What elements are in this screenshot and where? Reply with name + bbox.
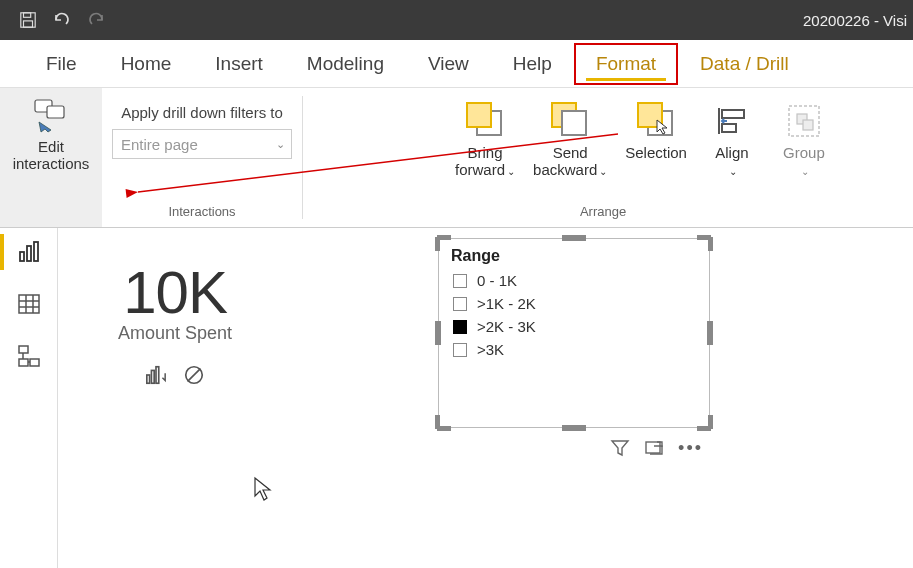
apply-filters-select[interactable]: Entire page ⌄ (112, 129, 292, 159)
svg-line-28 (188, 369, 201, 382)
group-icon (785, 102, 823, 140)
apply-filters-value: Entire page (121, 136, 198, 153)
sidebar-report-view[interactable] (15, 238, 43, 266)
svg-rect-14 (19, 295, 39, 313)
svg-rect-29 (646, 442, 660, 453)
card-visual[interactable]: 10K Amount Spent (118, 258, 232, 388)
slicer-item[interactable]: >3K (439, 338, 709, 361)
save-icon[interactable] (18, 10, 38, 30)
undo-icon[interactable] (52, 10, 72, 30)
bring-forward-button[interactable]: Bringforward⌄ (451, 100, 519, 180)
resize-handle[interactable] (562, 425, 586, 431)
slicer-item[interactable]: >1K - 2K (439, 292, 709, 315)
slicer-item-label: >1K - 2K (477, 295, 536, 312)
apply-filters-label: Apply drill down filters to (121, 104, 283, 121)
interactions-group-label: Interactions (168, 202, 235, 223)
arrange-group: Bringforward⌄ Sendbackward⌄ Selection (303, 88, 913, 227)
resize-handle[interactable] (435, 321, 441, 345)
tab-help[interactable]: Help (491, 43, 574, 85)
group-button[interactable]: Group⌄ (773, 100, 835, 180)
svg-rect-7 (722, 124, 736, 132)
resize-handle[interactable] (697, 235, 711, 240)
tab-file[interactable]: File (24, 43, 99, 85)
svg-rect-13 (34, 242, 38, 261)
interactions-group: Apply drill down filters to Entire page … (102, 88, 302, 227)
tab-insert[interactable]: Insert (193, 43, 285, 85)
svg-rect-21 (19, 359, 28, 366)
ribbon: Editinteractions Apply drill down filter… (0, 88, 913, 228)
focus-mode-icon[interactable] (644, 439, 664, 457)
card-value: 10K (118, 258, 232, 327)
window-title: 20200226 - Visi (803, 12, 913, 29)
svg-rect-4 (47, 106, 64, 118)
slicer-visual[interactable]: Range 0 - 1K>1K - 2K>2K - 3K>3K ••• (438, 238, 710, 428)
svg-rect-19 (19, 346, 28, 353)
tab-modeling[interactable]: Modeling (285, 43, 406, 85)
chevron-down-icon: ⌄ (276, 138, 285, 151)
svg-rect-20 (30, 359, 39, 366)
align-button[interactable]: Align⌄ (701, 100, 763, 180)
resize-handle[interactable] (707, 321, 713, 345)
slicer-item[interactable]: >2K - 3K (439, 315, 709, 338)
resize-handle[interactable] (437, 426, 451, 431)
slicer-title: Range (439, 239, 709, 269)
checkbox-icon[interactable] (453, 274, 467, 288)
no-interaction-icon[interactable] (182, 364, 206, 388)
filter-interaction-icon[interactable] (144, 364, 168, 388)
send-backward-button[interactable]: Sendbackward⌄ (529, 100, 611, 180)
checkbox-icon[interactable] (453, 297, 467, 311)
menu-tabs: File Home Insert Modeling View Help Form… (0, 40, 913, 88)
slicer-item-label: >2K - 3K (477, 318, 536, 335)
slicer-item-label: >3K (477, 341, 504, 358)
title-bar: 20200226 - Visi (0, 0, 913, 40)
more-options-icon[interactable]: ••• (678, 443, 703, 453)
selection-icon (637, 102, 675, 140)
slicer-item-label: 0 - 1K (477, 272, 517, 289)
tab-view[interactable]: View (406, 43, 491, 85)
sidebar-data-view[interactable] (15, 290, 43, 318)
tab-home[interactable]: Home (99, 43, 194, 85)
resize-handle[interactable] (562, 235, 586, 241)
svg-rect-11 (20, 252, 24, 261)
edit-interactions-label: Editinteractions (13, 138, 90, 173)
svg-rect-6 (722, 110, 744, 118)
checkbox-icon[interactable] (453, 320, 467, 334)
svg-rect-25 (151, 370, 154, 383)
redo-icon[interactable] (86, 10, 106, 30)
svg-rect-26 (156, 367, 159, 384)
canvas[interactable]: 10K Amount Spent (58, 228, 913, 568)
tab-format[interactable]: Format (574, 43, 678, 85)
tab-data-drill[interactable]: Data / Drill (678, 43, 811, 85)
arrange-group-label: Arrange (580, 202, 626, 223)
svg-rect-12 (27, 246, 31, 261)
slicer-item[interactable]: 0 - 1K (439, 269, 709, 292)
edit-interactions-button[interactable]: Editinteractions (0, 88, 102, 227)
svg-rect-1 (24, 13, 31, 17)
svg-rect-24 (147, 375, 150, 383)
filter-icon[interactable] (610, 439, 630, 457)
workspace: 10K Amount Spent (0, 228, 913, 568)
resize-handle[interactable] (697, 426, 711, 431)
resize-handle[interactable] (437, 235, 451, 240)
selection-button[interactable]: Selection (621, 100, 691, 180)
checkbox-icon[interactable] (453, 343, 467, 357)
bring-forward-icon (466, 102, 504, 140)
send-backward-icon (551, 102, 589, 140)
svg-rect-10 (803, 120, 813, 130)
card-label: Amount Spent (118, 323, 232, 344)
sidebar (0, 228, 58, 568)
align-icon (713, 102, 751, 140)
cursor-icon (253, 476, 273, 502)
sidebar-model-view[interactable] (15, 342, 43, 370)
svg-rect-2 (24, 21, 33, 27)
